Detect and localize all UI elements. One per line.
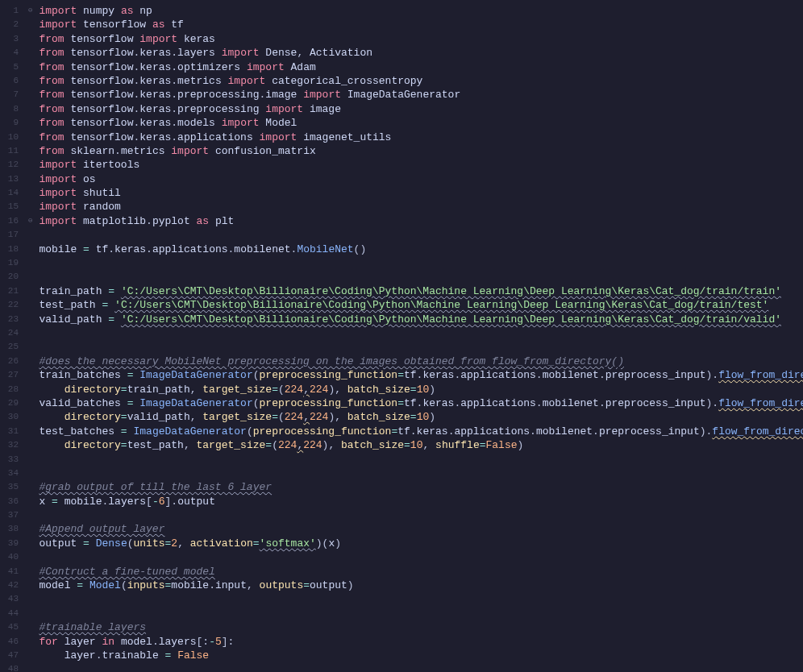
line-number: 23 [0, 313, 22, 326]
code-line[interactable]: from sklearn.metrics import confusion_ma… [39, 144, 803, 158]
code-line[interactable] [39, 228, 803, 242]
code-line[interactable] [39, 270, 803, 284]
code-line[interactable]: train_path = 'C:/Users\CMT\Desktop\Billi… [39, 284, 803, 298]
line-number: 6 [0, 74, 22, 88]
code-line[interactable]: import shutil [39, 186, 803, 200]
line-number: 2 [0, 18, 22, 31]
code-line[interactable]: import matplotlib.pyplot as plt [39, 214, 803, 228]
line-number: 18 [0, 243, 22, 256]
line-number: 21 [0, 284, 22, 298]
line-number: 43 [0, 592, 22, 606]
code-line[interactable]: from tensorflow import keras [39, 32, 803, 46]
code-line[interactable]: from tensorflow.keras.applications impor… [39, 131, 803, 144]
code-line[interactable]: import random [39, 200, 803, 214]
line-number: 19 [0, 256, 22, 270]
code-line[interactable]: #does the necessary MobileNet preprocess… [39, 355, 803, 368]
line-number: 5 [0, 60, 22, 74]
line-number: 44 [0, 607, 22, 620]
code-line[interactable]: #Contruct a fine-tuned model [39, 565, 803, 579]
code-line[interactable] [39, 326, 803, 340]
code-line[interactable] [39, 662, 803, 672]
line-number: 9 [0, 116, 22, 130]
code-line[interactable]: mobile = tf.keras.applications.mobilenet… [39, 243, 803, 256]
code-line[interactable]: valid_path = 'C:/Users\CMT\Desktop\Billi… [39, 313, 803, 326]
line-number: 26 [0, 355, 22, 368]
code-line[interactable] [39, 453, 803, 467]
code-line[interactable]: #grab output of till the last 6 layer [39, 480, 803, 494]
line-number: 46 [0, 635, 22, 649]
code-line[interactable]: layer.trainable = False [39, 649, 803, 662]
code-line[interactable]: #trainable layers [39, 620, 803, 634]
line-number: 39 [0, 537, 22, 550]
line-number: 42 [0, 579, 22, 592]
line-number: 25 [0, 340, 22, 354]
code-line[interactable]: train_batches = ImageDataGenerator(prepr… [39, 368, 803, 382]
code-line[interactable]: test_batches = ImageDataGenerator(prepro… [39, 425, 803, 438]
line-number: 28 [0, 383, 22, 396]
line-number: 12 [0, 158, 22, 172]
line-number: 7 [0, 88, 22, 102]
code-line[interactable] [39, 256, 803, 270]
code-line[interactable]: from tensorflow.keras.metrics import cat… [39, 74, 803, 88]
code-line[interactable]: test_path = 'C:/Users\CMT\Desktop\Billio… [39, 298, 803, 312]
code-line[interactable]: model = Model(inputs=mobile.input, outpu… [39, 579, 803, 592]
code-line[interactable]: for layer in model.layers[:-5]: [39, 635, 803, 649]
line-number: 29 [0, 396, 22, 410]
line-number: 4 [0, 46, 22, 60]
line-number: 32 [0, 438, 22, 452]
code-line[interactable] [39, 550, 803, 564]
line-number: 40 [0, 550, 22, 564]
code-line[interactable]: import itertools [39, 158, 803, 172]
code-line[interactable]: directory=train_path, target_size=(224,2… [39, 383, 803, 396]
line-number: 35 [0, 480, 22, 494]
code-line[interactable]: output = Dense(units=2, activation='soft… [39, 537, 803, 550]
code-line[interactable] [39, 508, 803, 522]
code-line[interactable]: directory=valid_path, target_size=(224,2… [39, 410, 803, 424]
line-number: 30 [0, 410, 22, 424]
line-number: 22 [0, 298, 22, 312]
code-line[interactable]: from tensorflow.keras.preprocessing.imag… [39, 88, 803, 102]
line-number: 45 [0, 620, 22, 634]
line-number: 15 [0, 200, 22, 214]
line-number: 3 [0, 32, 22, 46]
line-number: 48 [0, 662, 22, 672]
line-number: 38 [0, 522, 22, 536]
line-number: 14 [0, 186, 22, 200]
line-number: 47 [0, 649, 22, 662]
code-line[interactable]: from tensorflow.keras.optimizers import … [39, 60, 803, 74]
line-number: 36 [0, 495, 22, 508]
code-line[interactable]: valid_batches = ImageDataGenerator(prepr… [39, 396, 803, 410]
line-number-gutter: 1234567891011121314151617181920212223242… [0, 0, 28, 672]
code-line[interactable]: #Append output layer [39, 522, 803, 536]
code-line[interactable]: directory=test_path, target_size=(224,22… [39, 438, 803, 452]
line-number: 27 [0, 368, 22, 382]
line-number: 34 [0, 467, 22, 480]
line-number: 13 [0, 172, 22, 186]
line-number: 24 [0, 326, 22, 340]
line-number: 11 [0, 144, 22, 158]
code-line[interactable]: import os [39, 172, 803, 186]
line-number: 8 [0, 102, 22, 116]
line-number: 10 [0, 131, 22, 144]
line-number: 17 [0, 228, 22, 242]
line-number: 37 [0, 508, 22, 522]
code-line[interactable] [39, 340, 803, 354]
code-line[interactable]: import numpy as np [39, 4, 803, 18]
code-line[interactable]: from tensorflow.keras.layers import Dens… [39, 46, 803, 60]
code-line[interactable]: x = mobile.layers[-6].output [39, 495, 803, 508]
line-number: 33 [0, 453, 22, 467]
code-line[interactable] [39, 467, 803, 480]
line-number: 1 [0, 4, 22, 18]
code-line[interactable]: from tensorflow.keras.models import Mode… [39, 116, 803, 130]
code-line[interactable]: from tensorflow.keras.preprocessing impo… [39, 102, 803, 116]
line-number: 16 [0, 214, 22, 228]
line-number: 20 [0, 270, 22, 284]
line-number: 31 [0, 425, 22, 438]
code-area[interactable]: import numpy as npimport tensorflow as t… [32, 0, 803, 672]
code-editor[interactable]: 1234567891011121314151617181920212223242… [0, 0, 803, 672]
code-line[interactable]: import tensorflow as tf [39, 18, 803, 31]
line-number: 41 [0, 565, 22, 579]
code-line[interactable] [39, 607, 803, 620]
code-line[interactable] [39, 592, 803, 606]
